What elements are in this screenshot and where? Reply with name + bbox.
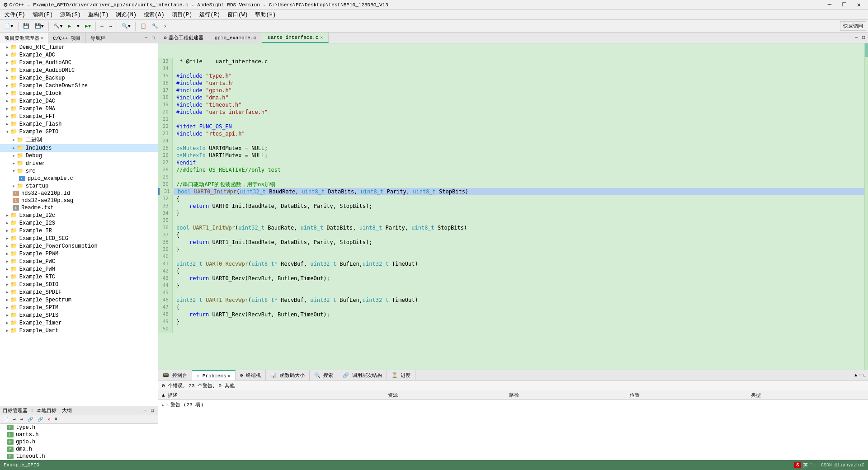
tm-btn-3[interactable]: ↩ [19, 416, 24, 423]
menu-item-n[interactable]: 浏览(N) [113, 10, 139, 19]
bottom-min-btn[interactable]: ─ [859, 373, 862, 378]
tree-item-example-gpio[interactable]: ▼📁Example_GPIO [0, 128, 158, 136]
tree-item-example-clock[interactable]: ▶📁Example_Clock [0, 89, 158, 97]
tree-item-readme-txt[interactable]: tReadme.txt [0, 204, 158, 212]
tree-item-example-audioadc[interactable]: ▶📁Example_AudioADC [0, 59, 158, 66]
explorer-minimize-btn[interactable]: ─ [143, 35, 149, 41]
menu-item-w[interactable]: 窗口(W) [225, 10, 251, 19]
toolbar-build-btn[interactable]: 🔨▼ [51, 22, 65, 30]
toolbar-run-dropdown[interactable]: ▼ [74, 22, 82, 30]
menu-item-a[interactable]: 搜索(A) [141, 10, 167, 19]
tree-item----[interactable]: ▶📁二进制 [0, 136, 158, 144]
col-location[interactable]: 位置 [626, 391, 747, 400]
menu-item-t[interactable]: 重构(T) [85, 10, 112, 19]
tab-uarts-interface[interactable]: uarts_interface.c ✕ [262, 33, 329, 43]
tree-item-example-ir[interactable]: ▶📁Example_IR [0, 227, 158, 235]
bottom-tab-close[interactable]: ✕ [228, 373, 231, 379]
bottom-tab---[interactable]: 🔍 搜索 [310, 370, 339, 381]
close-button[interactable]: ✕ [854, 1, 864, 9]
col-description[interactable]: ▲ 描述 [158, 391, 384, 400]
code-content[interactable]: 13 * @file uart_interface.c14 15#include… [158, 43, 864, 370]
tree-item-nds32-ae210p-ld[interactable]: lnds32-ae210p.ld [0, 190, 158, 197]
col-type[interactable]: 类型 [747, 391, 868, 400]
tab-gpio-example[interactable]: gpio_example.c [209, 33, 262, 43]
tm-btn-7[interactable]: ≡ [53, 416, 59, 423]
tm-btn-2[interactable]: ↩ [12, 416, 17, 423]
bottom-tab----[interactable]: 📟 控制台 [158, 370, 192, 381]
bottom-max-btn[interactable]: □ [863, 373, 866, 378]
toolbar-search-btn[interactable]: 🔍▼ [119, 22, 133, 30]
title-bar-controls[interactable]: ─ □ ✕ [824, 1, 864, 9]
quick-access-button[interactable]: 快速访问 [840, 21, 866, 31]
target-max-btn[interactable]: □ [150, 408, 155, 414]
explorer-maximize-btn[interactable]: □ [151, 35, 156, 41]
tree-item-nds32-ae210p-sag[interactable]: lnds32-ae210p.sag [0, 197, 158, 204]
tm-btn-5[interactable]: 🔗 [36, 416, 44, 423]
tab-project-explorer[interactable]: 项目资源管理器 ✕ [0, 33, 48, 43]
minimize-button[interactable]: ─ [824, 1, 835, 9]
menu-item-f[interactable]: 文件(F) [2, 10, 28, 19]
bottom-tab------[interactable]: 📊 函数码大小 [266, 370, 310, 381]
tree-item-example-i2s[interactable]: ▶📁Example_I2S [0, 219, 158, 227]
tree-item-example-sdio[interactable]: ▶📁Example_SDIO [0, 281, 158, 288]
tree-item-driver[interactable]: ▶📁driver [0, 160, 158, 167]
tree-item-demo-rtc-timer[interactable]: ▶📁Demo_RTC_Timer [0, 43, 158, 51]
toolbar-icon-1[interactable]: 📋 [138, 22, 149, 30]
toolbar-save-btn[interactable]: 💾 [21, 22, 32, 30]
menu-item-e[interactable]: 编辑(E) [30, 10, 56, 19]
tree-item-includes[interactable]: ▶📁Includes [0, 144, 158, 152]
toolbar-icon-3[interactable]: ⚡ [161, 22, 169, 30]
tree-item-src[interactable]: ▼📁src [0, 167, 158, 175]
toolbar-save-all-btn[interactable]: 💾▼ [33, 22, 47, 30]
tree-item-startup[interactable]: ▶📁startup [0, 182, 158, 190]
col-resource[interactable]: 资源 [384, 391, 505, 400]
target-file-dma-h[interactable]: hdma.h [0, 446, 158, 453]
bottom-tab-problems[interactable]: ⚠ Problems ✕ [192, 370, 236, 381]
tree-item-example-pwc[interactable]: ▶📁Example_PWC [0, 258, 158, 265]
tree-item-example-dac[interactable]: ▶📁Example_DAC [0, 97, 158, 105]
target-file-uarts-h[interactable]: huarts.h [0, 431, 158, 438]
menu-item-s[interactable]: 源码(S) [57, 10, 84, 19]
tree-item-debug[interactable]: ▶📁Debug [0, 152, 158, 160]
target-file-type-h[interactable]: htype.h [0, 424, 158, 431]
editor-maximize-btn[interactable]: □ [861, 35, 866, 41]
tree-item-example-i2c[interactable]: ▶📁Example_I2c [0, 212, 158, 219]
bottom-tab---[interactable]: ⏳ 进度 [387, 370, 416, 381]
tree-item-example-spim[interactable]: ▶📁Example_SPIM [0, 304, 158, 311]
tab-uarts-close[interactable]: ✕ [320, 35, 323, 40]
tree-item-example-backup[interactable]: ▶📁Example_Backup [0, 74, 158, 82]
toolbar-back-btn[interactable]: ← [98, 22, 106, 30]
tab-guide[interactable]: 导航栏 [86, 33, 110, 43]
tm-btn-6[interactable]: ✕ [46, 416, 52, 423]
menu-item-p[interactable]: 项目(P) [169, 10, 195, 19]
editor-minimize-btn[interactable]: ─ [854, 35, 859, 41]
tree-item-example-ppwm[interactable]: ▶📁Example_PPWM [0, 250, 158, 258]
tm-btn-4[interactable]: 🔗 [26, 416, 34, 423]
tm-btn-1[interactable]: 📄 [2, 416, 10, 423]
tree-item-example-cachedownsize[interactable]: ▶📁Example_CacheDownSize [0, 82, 158, 89]
tree-item-example-powerconsumption[interactable]: ▶📁Example_PowerConsumption [0, 242, 158, 250]
target-file-timeout-h[interactable]: htimeout.h [0, 453, 158, 460]
tree-item-example-fft[interactable]: ▶📁Example_FFT [0, 113, 158, 120]
maximize-button[interactable]: □ [839, 1, 849, 9]
toolbar-new-btn[interactable]: 📄▼ [2, 22, 16, 30]
bottom-collapse-btn[interactable]: ▲ [854, 373, 857, 378]
tree-item-gpio-example-c[interactable]: cgpio_example.c [0, 175, 158, 182]
tree-item-example-lcd-seg[interactable]: ▶📁Example_LCD_SEG [0, 235, 158, 242]
tree-item-example-spdif[interactable]: ▶📁Example_SPDIF [0, 288, 158, 296]
tree-item-example-uart[interactable]: ▶📁Example_Uart [0, 327, 158, 334]
tree-item-example-pwm[interactable]: ▶📁Example_PWM [0, 265, 158, 273]
target-file-gpio-h[interactable]: hgpio.h [0, 438, 158, 446]
toolbar-forward-btn[interactable]: → [107, 22, 114, 30]
bottom-tab-------[interactable]: 🔗 调用层次结构 [338, 370, 387, 381]
tab-project-creator[interactable]: ⚙ 晶心工程创建器 [158, 33, 209, 43]
tab-close-explorer[interactable]: ✕ [41, 35, 43, 41]
warning-group[interactable]: 警告 (23 项) [158, 400, 868, 409]
menu-item-h[interactable]: 帮助(H) [252, 10, 278, 19]
tree-item-example-adc[interactable]: ▶📁Example_ADC [0, 51, 158, 59]
tree-item-example-flash[interactable]: ▶📁Example_Flash [0, 120, 158, 128]
bottom-tab----[interactable]: ⚙ 终端机 [236, 370, 266, 381]
col-path[interactable]: 路径 [505, 391, 627, 400]
menu-item-r[interactable]: 运行(R) [197, 10, 223, 19]
toolbar-debug-btn[interactable]: ▶▼ [83, 22, 93, 30]
